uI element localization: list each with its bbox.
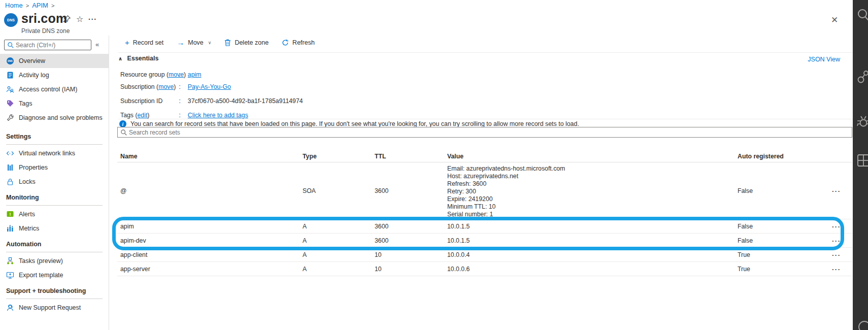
sidebar-item-locks[interactable]: Locks	[0, 175, 109, 189]
record-set-button[interactable]: + Record set	[125, 39, 163, 46]
move-subscription-link[interactable]: move	[158, 83, 174, 90]
refresh-icon	[282, 39, 289, 46]
sidebar-item-label: Overview	[19, 57, 45, 64]
sidebar-item-metrics[interactable]: Metrics	[0, 221, 109, 236]
more-options-icon[interactable]: ···	[88, 15, 97, 23]
divider	[6, 144, 103, 145]
trash-icon	[224, 39, 231, 46]
bug-icon[interactable]	[856, 115, 868, 129]
breadcrumb-separator: >	[51, 3, 54, 9]
divider	[118, 52, 853, 53]
record-search-input[interactable]	[129, 127, 850, 137]
table-row-apim[interactable]: apim A 3600 10.0.1.5 False ···	[117, 219, 852, 234]
sidebar-item-tags[interactable]: Tags	[0, 96, 109, 111]
breadcrumb-apim-link[interactable]: APIM	[32, 2, 48, 9]
sidebar-item-label: Activity log	[19, 72, 49, 79]
record-name: app-server	[120, 266, 150, 273]
info-icon: i	[119, 120, 126, 127]
resource-group-link[interactable]: apim	[188, 71, 202, 78]
info-banner-text: You can search for record sets that have…	[130, 120, 579, 127]
arrow-right-icon: →	[177, 39, 184, 46]
essentials-toggle[interactable]: ∧ Essentials	[118, 55, 158, 62]
sidebar-section-monitoring: Monitoring	[0, 194, 109, 201]
collapse-sidebar-icon[interactable]: «	[95, 41, 99, 48]
edit-tags-link[interactable]: edit	[138, 112, 148, 119]
record-name: apim	[120, 223, 134, 230]
sidebar-item-label: Properties	[19, 164, 48, 171]
record-type: SOA	[303, 187, 316, 194]
record-type: A	[303, 223, 307, 230]
pin-icon[interactable]	[63, 15, 71, 23]
search-icon	[7, 42, 14, 49]
export-template-icon	[6, 271, 14, 279]
table-row-app-client[interactable]: app-client A 10 10.0.0.4 True ···	[117, 248, 852, 262]
subscription-link[interactable]: Pay-As-You-Go	[188, 83, 231, 90]
record-value: 10.0.0.6	[447, 266, 470, 273]
record-ttl: 10	[375, 251, 382, 258]
move-button[interactable]: → Move ∨	[177, 39, 211, 46]
table-row-apim-dev[interactable]: apim-dev A 3600 10.0.1.5 False ···	[117, 234, 852, 248]
help-circle-icon[interactable]	[856, 320, 868, 330]
json-view-link[interactable]: JSON View	[808, 56, 840, 63]
divider	[6, 299, 103, 299]
properties-icon	[6, 163, 14, 172]
lock-icon	[6, 178, 14, 186]
star-icon[interactable]: ☆	[76, 15, 83, 23]
grid-table-icon[interactable]	[856, 153, 868, 168]
sidebar-item-label: Virtual network links	[19, 150, 75, 157]
table-row-soa[interactable]: @ SOA 3600 Email: azureprivatedns-host.m…	[117, 162, 852, 219]
record-auto-registered: False	[738, 187, 753, 194]
sidebar-item-label: Tasks (preview)	[19, 257, 63, 265]
row-menu-icon[interactable]: ···	[832, 222, 841, 230]
record-auto-registered: False	[738, 223, 753, 230]
column-header-auto-registered[interactable]: Auto registered	[738, 153, 784, 160]
essentials-row-resource-group: Resource group (move) : apim	[120, 71, 202, 79]
breadcrumb: Home>APIM>	[5, 2, 57, 9]
column-header-ttl[interactable]: TTL	[375, 153, 386, 160]
column-header-type[interactable]: Type	[303, 153, 317, 160]
subscription-id-value: 37cf0670-a500-4d92-ba1f-1785a9114974	[188, 97, 303, 105]
column-header-name[interactable]: Name	[120, 153, 138, 160]
column-header-value[interactable]: Value	[447, 153, 463, 160]
sidebar-item-label: Metrics	[19, 225, 39, 232]
add-tags-link[interactable]: Click here to add tags	[188, 112, 248, 119]
chevron-up-icon: ∧	[118, 56, 122, 61]
row-menu-icon[interactable]: ···	[832, 187, 841, 194]
main-content: + Record set → Move ∨ Delete zone Refres…	[110, 36, 853, 330]
sidebar-item-label: Alerts	[19, 211, 35, 218]
azure-portal-page: Home>APIM> DNS sri.com Private DNS zone …	[0, 0, 868, 330]
delete-zone-button[interactable]: Delete zone	[224, 39, 269, 46]
record-sets-table: Name Type TTL Value Auto registered @ SO…	[117, 151, 852, 276]
activity-log-icon	[6, 71, 14, 79]
sidebar-item-overview[interactable]: DNS Overview	[0, 54, 109, 68]
virtual-network-links-icon	[6, 149, 14, 157]
row-menu-icon[interactable]: ···	[832, 237, 841, 244]
refresh-button[interactable]: Refresh	[282, 39, 315, 46]
search-icon	[120, 129, 127, 136]
table-header: Name Type TTL Value Auto registered	[117, 151, 852, 162]
sidebar-item-properties[interactable]: Properties	[0, 160, 109, 175]
record-auto-registered: False	[738, 237, 753, 244]
record-ttl: 10	[375, 266, 382, 273]
breadcrumb-home-link[interactable]: Home	[5, 2, 23, 9]
sidebar-item-new-support-request[interactable]: New Support Request	[0, 301, 109, 315]
sidebar-item-alerts[interactable]: ! Alerts	[0, 207, 109, 221]
sidebar-item-diagnose[interactable]: Diagnose and solve problems	[0, 111, 109, 125]
row-menu-icon[interactable]: ···	[832, 265, 841, 273]
table-row-app-server[interactable]: app-server A 10 10.0.0.6 True ···	[117, 262, 852, 276]
sidebar-item-export-template[interactable]: Export template	[0, 268, 109, 282]
row-menu-icon[interactable]: ···	[832, 251, 841, 258]
search-icon[interactable]	[856, 8, 868, 22]
divider	[118, 119, 853, 119]
sidebar-search-input[interactable]	[16, 40, 90, 50]
close-icon[interactable]: ✕	[831, 15, 838, 25]
sidebar-item-access-control[interactable]: Access control (IAM)	[0, 82, 109, 96]
share-link-icon[interactable]	[856, 70, 868, 84]
sidebar-item-virtual-network-links[interactable]: Virtual network links	[0, 146, 109, 160]
right-tool-bar	[853, 0, 868, 330]
sidebar-item-activity-log[interactable]: Activity log	[0, 68, 109, 82]
sidebar-item-tasks-preview[interactable]: Tasks (preview)	[0, 254, 109, 268]
page-title: sri.com	[21, 11, 67, 26]
record-ttl: 3600	[375, 187, 388, 194]
sidebar-item-label: Access control (IAM)	[19, 86, 77, 93]
